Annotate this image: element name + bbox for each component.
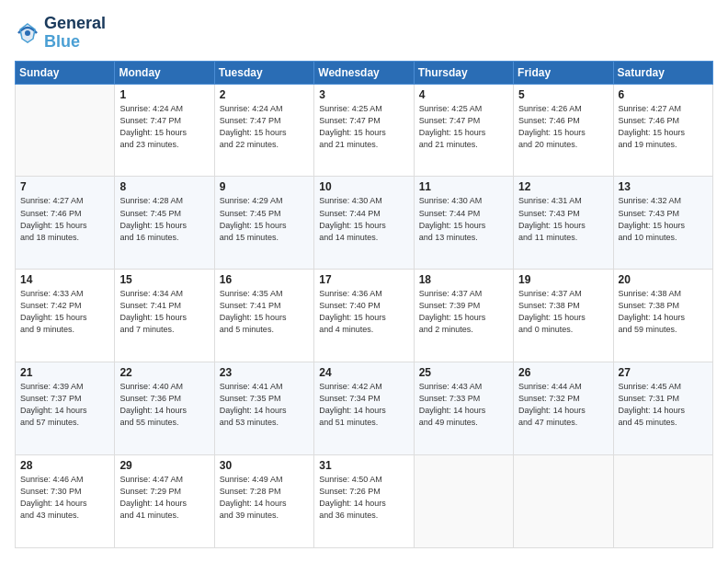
day-info: Sunrise: 4:39 AM Sunset: 7:37 PM Dayligh… bbox=[20, 381, 109, 429]
day-number: 5 bbox=[518, 88, 608, 101]
day-number: 18 bbox=[419, 273, 508, 286]
calendar-cell: 2Sunrise: 4:24 AM Sunset: 7:47 PM Daylig… bbox=[214, 84, 313, 177]
day-number: 27 bbox=[619, 366, 708, 379]
day-info: Sunrise: 4:47 AM Sunset: 7:29 PM Dayligh… bbox=[119, 474, 209, 522]
day-info: Sunrise: 4:37 AM Sunset: 7:39 PM Dayligh… bbox=[419, 288, 508, 336]
day-info: Sunrise: 4:36 AM Sunset: 7:40 PM Dayligh… bbox=[319, 288, 408, 336]
day-info: Sunrise: 4:38 AM Sunset: 7:38 PM Dayligh… bbox=[619, 288, 708, 336]
calendar-cell bbox=[16, 84, 115, 177]
calendar-cell: 22Sunrise: 4:40 AM Sunset: 7:36 PM Dayli… bbox=[115, 362, 214, 455]
day-number: 15 bbox=[119, 273, 209, 286]
day-info: Sunrise: 4:34 AM Sunset: 7:41 PM Dayligh… bbox=[119, 288, 209, 336]
day-info: Sunrise: 4:25 AM Sunset: 7:47 PM Dayligh… bbox=[419, 103, 508, 151]
calendar-week-row: 7Sunrise: 4:27 AM Sunset: 7:46 PM Daylig… bbox=[16, 177, 713, 270]
day-number: 29 bbox=[119, 459, 209, 472]
day-number: 23 bbox=[220, 366, 309, 379]
day-number: 30 bbox=[220, 459, 309, 472]
day-number: 14 bbox=[20, 273, 109, 286]
calendar-cell: 5Sunrise: 4:26 AM Sunset: 7:46 PM Daylig… bbox=[514, 84, 613, 177]
calendar-header-row: SundayMondayTuesdayWednesdayThursdayFrid… bbox=[16, 61, 713, 84]
calendar-day-header: Thursday bbox=[414, 61, 513, 84]
calendar-cell: 15Sunrise: 4:34 AM Sunset: 7:41 PM Dayli… bbox=[115, 270, 214, 362]
day-number: 20 bbox=[619, 273, 708, 286]
calendar-cell: 6Sunrise: 4:27 AM Sunset: 7:46 PM Daylig… bbox=[613, 84, 712, 177]
calendar-cell: 29Sunrise: 4:47 AM Sunset: 7:29 PM Dayli… bbox=[115, 455, 214, 548]
day-info: Sunrise: 4:24 AM Sunset: 7:47 PM Dayligh… bbox=[119, 103, 209, 151]
calendar-cell: 18Sunrise: 4:37 AM Sunset: 7:39 PM Dayli… bbox=[414, 270, 513, 362]
day-info: Sunrise: 4:37 AM Sunset: 7:38 PM Dayligh… bbox=[518, 288, 608, 336]
day-number: 4 bbox=[419, 88, 508, 101]
calendar-cell bbox=[514, 455, 613, 548]
day-info: Sunrise: 4:46 AM Sunset: 7:30 PM Dayligh… bbox=[20, 474, 109, 522]
calendar-cell: 8Sunrise: 4:28 AM Sunset: 7:45 PM Daylig… bbox=[115, 177, 214, 270]
day-number: 24 bbox=[319, 366, 408, 379]
calendar-day-header: Saturday bbox=[613, 61, 712, 84]
day-info: Sunrise: 4:27 AM Sunset: 7:46 PM Dayligh… bbox=[20, 195, 109, 243]
day-number: 31 bbox=[319, 459, 408, 472]
calendar-week-row: 28Sunrise: 4:46 AM Sunset: 7:30 PM Dayli… bbox=[16, 455, 713, 548]
calendar-cell: 21Sunrise: 4:39 AM Sunset: 7:37 PM Dayli… bbox=[16, 362, 115, 455]
day-number: 11 bbox=[419, 180, 508, 193]
day-number: 12 bbox=[518, 180, 608, 193]
logo-text: General Blue bbox=[44, 15, 106, 52]
calendar-cell: 1Sunrise: 4:24 AM Sunset: 7:47 PM Daylig… bbox=[115, 84, 214, 177]
day-info: Sunrise: 4:42 AM Sunset: 7:34 PM Dayligh… bbox=[319, 381, 408, 429]
calendar-cell: 20Sunrise: 4:38 AM Sunset: 7:38 PM Dayli… bbox=[613, 270, 712, 362]
header: General Blue bbox=[15, 15, 713, 52]
day-number: 22 bbox=[119, 366, 209, 379]
calendar-day-header: Tuesday bbox=[214, 61, 313, 84]
calendar-cell: 10Sunrise: 4:30 AM Sunset: 7:44 PM Dayli… bbox=[314, 177, 414, 270]
day-number: 26 bbox=[518, 366, 608, 379]
calendar-cell: 16Sunrise: 4:35 AM Sunset: 7:41 PM Dayli… bbox=[214, 270, 313, 362]
day-number: 9 bbox=[220, 180, 309, 193]
day-info: Sunrise: 4:43 AM Sunset: 7:33 PM Dayligh… bbox=[419, 381, 508, 429]
day-info: Sunrise: 4:44 AM Sunset: 7:32 PM Dayligh… bbox=[518, 381, 608, 429]
calendar-day-header: Friday bbox=[514, 61, 613, 84]
day-number: 19 bbox=[518, 273, 608, 286]
calendar-week-row: 14Sunrise: 4:33 AM Sunset: 7:42 PM Dayli… bbox=[16, 270, 713, 362]
day-number: 7 bbox=[20, 180, 109, 193]
day-info: Sunrise: 4:30 AM Sunset: 7:44 PM Dayligh… bbox=[419, 195, 508, 243]
calendar-cell: 19Sunrise: 4:37 AM Sunset: 7:38 PM Dayli… bbox=[514, 270, 613, 362]
day-info: Sunrise: 4:24 AM Sunset: 7:47 PM Dayligh… bbox=[220, 103, 309, 151]
logo-icon bbox=[15, 20, 40, 46]
day-number: 13 bbox=[619, 180, 708, 193]
day-number: 17 bbox=[319, 273, 408, 286]
calendar-day-header: Sunday bbox=[16, 61, 115, 84]
calendar-cell: 23Sunrise: 4:41 AM Sunset: 7:35 PM Dayli… bbox=[214, 362, 313, 455]
day-info: Sunrise: 4:27 AM Sunset: 7:46 PM Dayligh… bbox=[619, 103, 708, 151]
svg-point-2 bbox=[25, 30, 30, 36]
day-info: Sunrise: 4:50 AM Sunset: 7:26 PM Dayligh… bbox=[319, 474, 408, 522]
calendar-cell: 9Sunrise: 4:29 AM Sunset: 7:45 PM Daylig… bbox=[214, 177, 313, 270]
calendar-cell: 13Sunrise: 4:32 AM Sunset: 7:43 PM Dayli… bbox=[613, 177, 712, 270]
calendar-cell: 3Sunrise: 4:25 AM Sunset: 7:47 PM Daylig… bbox=[314, 84, 414, 177]
day-info: Sunrise: 4:29 AM Sunset: 7:45 PM Dayligh… bbox=[220, 195, 309, 243]
day-number: 3 bbox=[319, 88, 408, 101]
day-info: Sunrise: 4:45 AM Sunset: 7:31 PM Dayligh… bbox=[619, 381, 708, 429]
day-info: Sunrise: 4:35 AM Sunset: 7:41 PM Dayligh… bbox=[220, 288, 309, 336]
day-number: 10 bbox=[319, 180, 408, 193]
day-number: 8 bbox=[119, 180, 209, 193]
day-info: Sunrise: 4:31 AM Sunset: 7:43 PM Dayligh… bbox=[518, 195, 608, 243]
calendar-cell bbox=[414, 455, 513, 548]
day-info: Sunrise: 4:41 AM Sunset: 7:35 PM Dayligh… bbox=[220, 381, 309, 429]
calendar-cell: 7Sunrise: 4:27 AM Sunset: 7:46 PM Daylig… bbox=[16, 177, 115, 270]
day-number: 21 bbox=[20, 366, 109, 379]
calendar-cell: 12Sunrise: 4:31 AM Sunset: 7:43 PM Dayli… bbox=[514, 177, 613, 270]
day-number: 16 bbox=[220, 273, 309, 286]
day-info: Sunrise: 4:49 AM Sunset: 7:28 PM Dayligh… bbox=[220, 474, 309, 522]
calendar-cell: 28Sunrise: 4:46 AM Sunset: 7:30 PM Dayli… bbox=[16, 455, 115, 548]
day-info: Sunrise: 4:28 AM Sunset: 7:45 PM Dayligh… bbox=[119, 195, 209, 243]
calendar-table: SundayMondayTuesdayWednesdayThursdayFrid… bbox=[15, 61, 713, 548]
day-info: Sunrise: 4:25 AM Sunset: 7:47 PM Dayligh… bbox=[319, 103, 408, 151]
day-number: 28 bbox=[20, 459, 109, 472]
day-info: Sunrise: 4:32 AM Sunset: 7:43 PM Dayligh… bbox=[619, 195, 708, 243]
calendar-cell bbox=[613, 455, 712, 548]
day-info: Sunrise: 4:40 AM Sunset: 7:36 PM Dayligh… bbox=[119, 381, 209, 429]
calendar-day-header: Monday bbox=[115, 61, 214, 84]
calendar-cell: 14Sunrise: 4:33 AM Sunset: 7:42 PM Dayli… bbox=[16, 270, 115, 362]
day-number: 6 bbox=[619, 88, 708, 101]
calendar-cell: 27Sunrise: 4:45 AM Sunset: 7:31 PM Dayli… bbox=[613, 362, 712, 455]
calendar-cell: 24Sunrise: 4:42 AM Sunset: 7:34 PM Dayli… bbox=[314, 362, 414, 455]
calendar-cell: 4Sunrise: 4:25 AM Sunset: 7:47 PM Daylig… bbox=[414, 84, 513, 177]
